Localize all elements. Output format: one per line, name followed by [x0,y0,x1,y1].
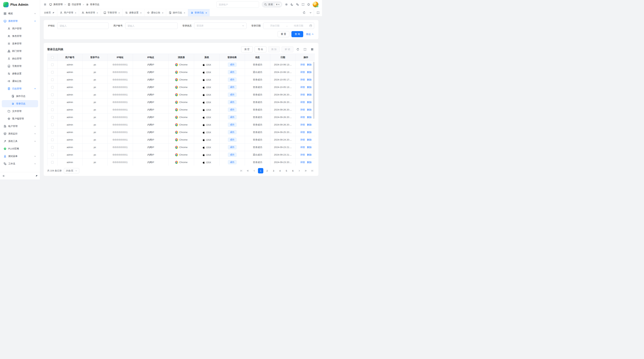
reset-button[interactable]: 重 置 [278,31,290,37]
row-checkbox[interactable] [51,131,54,134]
tab-item-3[interactable]: 字典管理× [101,9,123,16]
settings-gear-icon[interactable] [285,3,288,6]
pin-sidebar-icon[interactable] [36,175,38,177]
delete-button[interactable]: 删 除 [268,46,280,52]
tab-close-icon[interactable]: × [75,11,76,14]
delete-link[interactable]: 删除 [307,101,312,103]
sidebar-item-notice[interactable]: 通知公告 [2,78,38,85]
detail-link[interactable]: 详情 [300,93,305,96]
status-select[interactable]: 请选择 [194,22,246,29]
delete-link[interactable]: 删除 [307,71,312,73]
page-2-button[interactable]: 2 [264,168,270,173]
tab-item-5[interactable]: 通知公告× [144,9,166,16]
sidebar-item-param[interactable]: 参数设置 [2,70,38,77]
sidebar-item-dict[interactable]: 字典管理 [2,62,38,70]
delete-link[interactable]: 删除 [307,146,312,149]
detail-link[interactable]: 详情 [300,138,305,141]
sidebar-item-workflow[interactable]: 工作流 [2,160,38,167]
content-fullscreen-icon[interactable] [314,9,322,16]
row-checkbox[interactable] [51,71,54,73]
row-checkbox[interactable] [51,161,54,164]
tab-close-icon[interactable]: × [140,11,142,14]
query-button[interactable]: 查 询 [292,31,303,37]
sidebar-item-operlog[interactable]: 操作日志 [2,93,38,100]
sidebar-item-menu[interactable]: 菜单管理 [2,40,38,47]
delete-link[interactable]: 删除 [307,93,312,96]
detail-link[interactable]: 详情 [300,78,305,81]
unlock-button[interactable]: 解 锁 [282,46,294,52]
breadcrumb-item[interactable]: 日志管理 [68,3,81,6]
table-fullscreen-icon[interactable] [302,47,308,52]
global-search-button[interactable]: 搜索 ⌘ K [262,1,282,8]
row-checkbox[interactable] [51,139,54,141]
tab-options-chevron-icon[interactable] [307,9,314,16]
detail-link[interactable]: 详情 [300,116,305,118]
refresh-tab-icon[interactable] [301,9,307,16]
ip-input[interactable] [57,22,108,29]
page-1-button[interactable]: 1 [258,168,263,173]
sidebar-item-overview[interactable]: 概览 [2,10,38,17]
delete-link[interactable]: 删除 [307,153,312,156]
clear-button[interactable]: 清 空 [241,46,253,52]
tenant-select-input[interactable] [216,1,259,8]
table-scrollbar-thumb[interactable] [313,62,314,119]
detail-link[interactable]: 详情 [300,71,305,73]
sidebar-item-tenant[interactable]: 租户管理 [2,123,38,130]
page-5-button[interactable]: 5 [284,168,289,173]
tab-item-4[interactable]: 参数设置× [122,9,144,16]
tab-close-icon[interactable]: × [184,11,185,14]
sidebar-item-test[interactable]: 测试菜单 [2,153,38,160]
detail-link[interactable]: 详情 [300,146,305,149]
delete-link[interactable]: 删除 [307,108,312,111]
detail-link[interactable]: 详情 [300,153,305,156]
sidebar-item-tools[interactable]: 系统工具 [2,138,38,145]
first-page-button[interactable] [239,168,244,173]
row-checkbox[interactable] [51,78,54,81]
date-range-picker[interactable]: 开始日期 → 结束日期 [263,22,314,29]
delete-link[interactable]: 删除 [307,78,312,81]
account-input[interactable] [125,22,178,29]
delete-link[interactable]: 删除 [307,131,312,134]
export-button[interactable]: 导 出 [254,46,266,52]
tab-item-6[interactable]: 操作日志× [166,9,188,16]
translate-icon[interactable] [296,3,299,6]
row-checkbox[interactable] [51,63,54,66]
dark-mode-moon-icon[interactable] [290,3,294,6]
delete-link[interactable]: 删除 [307,161,312,164]
next-5-pages-button[interactable] [303,168,308,173]
prev-5-pages-button[interactable] [245,168,250,173]
column-settings-icon[interactable] [310,47,315,52]
collapse-filter-link[interactable]: 收起 [306,32,314,36]
delete-link[interactable]: 删除 [307,63,312,66]
tab-close-icon[interactable]: × [118,11,120,14]
breadcrumb-item[interactable]: 系统管理 [49,3,62,6]
select-all-checkbox[interactable] [51,56,54,59]
delete-link[interactable]: 删除 [307,123,312,126]
detail-link[interactable]: 详情 [300,108,305,111]
tab-item-7[interactable]: 登录日志× [188,9,210,16]
sidebar-item-loginlog[interactable]: 登录日志 [2,100,38,107]
sidebar-item-post[interactable]: 岗位管理 [2,55,38,62]
row-checkbox[interactable] [51,93,54,96]
page-3-button[interactable]: 3 [271,168,276,173]
delete-link[interactable]: 删除 [307,138,312,141]
tab-item-1[interactable]: 用户管理× [57,9,79,16]
detail-link[interactable]: 详情 [300,86,305,88]
tab-close-icon[interactable]: × [206,11,207,14]
sidebar-item-dept[interactable]: 部门管理 [2,47,38,55]
tab-close-icon[interactable]: × [96,11,98,14]
row-checkbox[interactable] [51,101,54,103]
prev-page-button[interactable] [252,168,257,173]
collapse-sidebar-icon[interactable] [2,174,5,177]
row-checkbox[interactable] [51,86,54,88]
fullscreen-icon[interactable] [302,3,304,6]
detail-link[interactable]: 详情 [300,131,305,134]
hamburger-menu-icon[interactable] [44,3,46,6]
detail-link[interactable]: 详情 [300,101,305,103]
row-checkbox[interactable] [51,108,54,111]
sidebar-item-role[interactable]: 角色管理 [2,32,38,40]
page-size-select[interactable]: 20条/页 [64,168,79,173]
refresh-table-icon[interactable] [295,47,300,52]
detail-link[interactable]: 详情 [300,123,305,126]
next-page-button[interactable] [296,168,302,173]
